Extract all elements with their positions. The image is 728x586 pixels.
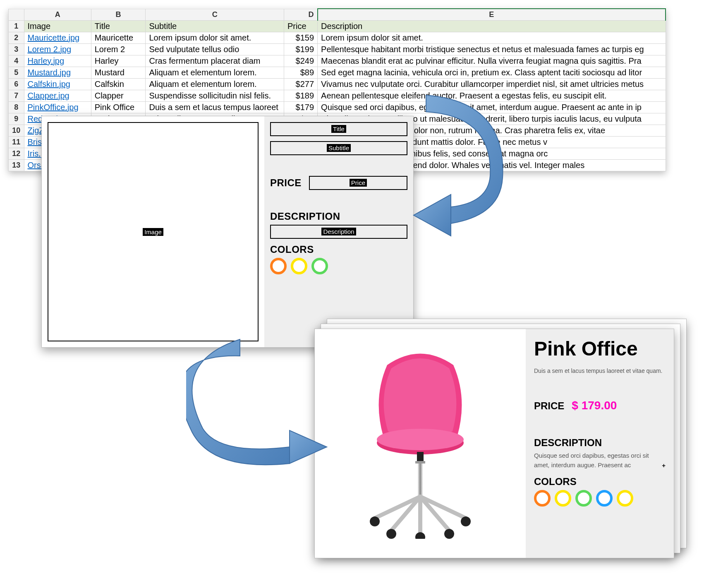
color-swatch[interactable] <box>291 258 307 274</box>
color-swatch[interactable] <box>555 490 571 507</box>
svg-point-10 <box>370 516 380 526</box>
row-header[interactable]: 2 <box>9 32 24 43</box>
col-header-B[interactable]: B <box>91 9 146 20</box>
svg-point-12 <box>386 529 396 539</box>
chair-illustration <box>346 348 495 539</box>
cell-price[interactable]: $159 <box>284 32 318 43</box>
row-header[interactable]: 8 <box>9 101 24 113</box>
cell-subtitle[interactable]: Sed vulputate tellus odio <box>146 43 284 55</box>
row-header[interactable]: 13 <box>9 159 24 171</box>
image-link[interactable]: Mustard.jpg <box>28 68 71 77</box>
row-header[interactable]: 9 <box>9 113 24 125</box>
arrow-template-to-output <box>186 335 335 468</box>
image-link[interactable]: PinkOffice.jpg <box>28 103 79 112</box>
image-link[interactable]: Mauricette.jpg <box>28 33 80 42</box>
product-image <box>315 329 526 558</box>
svg-rect-2 <box>417 452 424 461</box>
cell-title[interactable]: Harley <box>91 55 146 67</box>
table-row[interactable]: 6Calfskin.jpgCalfskinAliquam et elementu… <box>9 78 666 90</box>
color-swatch[interactable] <box>534 490 551 507</box>
color-swatch[interactable] <box>617 490 633 507</box>
row-header[interactable]: 12 <box>9 148 24 159</box>
table-row[interactable]: 5Mustard.jpgMustardAliquam et elementum … <box>9 67 666 78</box>
product-price: $ 179.00 <box>572 399 617 412</box>
color-swatch[interactable] <box>270 258 287 274</box>
svg-point-11 <box>461 516 471 526</box>
image-link[interactable]: Calfskin.jpg <box>28 79 70 89</box>
cell-image[interactable]: Mauricette.jpg <box>24 32 91 43</box>
cell-image[interactable]: Calfskin.jpg <box>24 78 91 90</box>
table-row[interactable]: 3Lorem 2.jpgLorem 2Sed vulputate tellus … <box>9 43 666 55</box>
cell-price[interactable]: $277 <box>284 78 318 90</box>
col-header-D[interactable]: D <box>284 9 318 20</box>
table-row[interactable]: 7Clapper.jpgClapper Suspendisse sollicit… <box>9 90 666 101</box>
col-header-A[interactable]: A <box>24 9 91 20</box>
col-header-E[interactable]: E <box>318 9 666 20</box>
row-header[interactable]: 4 <box>9 55 24 67</box>
label-colors: COLORS <box>270 244 407 255</box>
color-swatch[interactable] <box>311 258 328 274</box>
table-row[interactable]: 8PinkOffice.jpgPink OfficeDuis a sem et … <box>9 101 666 113</box>
cell-image[interactable]: PinkOffice.jpg <box>24 101 91 113</box>
cell-price[interactable]: $179 <box>284 101 318 113</box>
out-label-price: PRICE <box>534 400 564 412</box>
cell-title[interactable]: Pink Office <box>91 101 146 113</box>
cell-subtitle[interactable]: Aliquam et elementum lorem. <box>146 67 284 78</box>
cell-subtitle[interactable]: Cras fermentum placerat diam <box>146 55 284 67</box>
output-card: Pink Office Duis a sem et lacus tempus l… <box>314 329 674 558</box>
arrow-sheet-to-template <box>401 87 513 261</box>
row-header-1[interactable]: 1 <box>9 20 24 32</box>
col-header-C[interactable]: C <box>146 9 284 20</box>
table-row[interactable]: 2Mauricette.jpgMauricetteLorem ipsum dol… <box>9 32 666 43</box>
cell-image[interactable]: Mustard.jpg <box>24 67 91 78</box>
cell-title[interactable]: Mustard <box>91 67 146 78</box>
template-swatches <box>270 258 407 274</box>
placeholder-title: Title <box>331 125 346 133</box>
cell-subtitle[interactable]: Duis a sem et lacus tempus laoreet <box>146 101 284 113</box>
cell-description[interactable]: Maecenas blandit erat ac pulvinar effici… <box>318 55 666 67</box>
label-price: PRICE <box>270 177 302 189</box>
cell-title[interactable]: Lorem 2 <box>91 43 146 55</box>
template-description-field: Description <box>270 225 407 239</box>
corner-cell[interactable] <box>9 9 24 20</box>
image-link[interactable]: Lorem 2.jpg <box>28 45 72 54</box>
cell-title[interactable]: Mauricette <box>91 32 146 43</box>
cell-price[interactable]: $199 <box>284 43 318 55</box>
svg-point-1 <box>377 429 464 450</box>
cell-description[interactable]: Lorem ipsum dolor sit amet. <box>318 32 666 43</box>
cell-image[interactable]: Lorem 2.jpg <box>24 43 91 55</box>
image-link[interactable]: Harley.jpg <box>28 56 65 65</box>
svg-point-14 <box>415 532 425 539</box>
cell-image[interactable]: Clapper.jpg <box>24 90 91 101</box>
cell-subtitle[interactable]: Suspendisse sollicitudin nisl felis. <box>146 90 284 101</box>
cell-description[interactable]: Sed eget magna lacinia, vehicula orci in… <box>318 67 666 78</box>
cell-price[interactable]: $89 <box>284 67 318 78</box>
row-header[interactable]: 5 <box>9 67 24 78</box>
cell-price[interactable]: $189 <box>284 90 318 101</box>
color-swatch[interactable] <box>575 490 592 507</box>
cell-title[interactable]: Calfskin <box>91 78 146 90</box>
header-title[interactable]: Title <box>91 20 146 32</box>
color-swatch[interactable] <box>596 490 613 507</box>
svg-rect-4 <box>418 464 423 497</box>
row-header[interactable]: 10 <box>9 125 24 136</box>
cell-description[interactable]: Pellentesque habitant morbi tristique se… <box>318 43 666 55</box>
placeholder-price: Price <box>350 179 367 187</box>
header-price[interactable]: Price <box>284 20 318 32</box>
product-description: Quisque sed orci dapibus, egestas orci s… <box>534 451 666 470</box>
cell-title[interactable]: Clapper <box>91 90 146 101</box>
row-header[interactable]: 7 <box>9 90 24 101</box>
cell-subtitle[interactable]: Lorem ipsum dolor sit amet. <box>146 32 284 43</box>
row-header[interactable]: 3 <box>9 43 24 55</box>
row-header[interactable]: 6 <box>9 78 24 90</box>
image-link[interactable]: Clapper.jpg <box>28 91 69 100</box>
image-link[interactable]: Iris.j <box>28 149 43 158</box>
header-description[interactable]: Description <box>318 20 666 32</box>
cell-subtitle[interactable]: Aliquam et elementum lorem. <box>146 78 284 90</box>
cell-price[interactable]: $249 <box>284 55 318 67</box>
table-row[interactable]: 4Harley.jpgHarleyCras fermentum placerat… <box>9 55 666 67</box>
cell-image[interactable]: Harley.jpg <box>24 55 91 67</box>
header-image[interactable]: Image <box>24 20 91 32</box>
row-header[interactable]: 11 <box>9 136 24 148</box>
header-subtitle[interactable]: Subtitle <box>146 20 284 32</box>
